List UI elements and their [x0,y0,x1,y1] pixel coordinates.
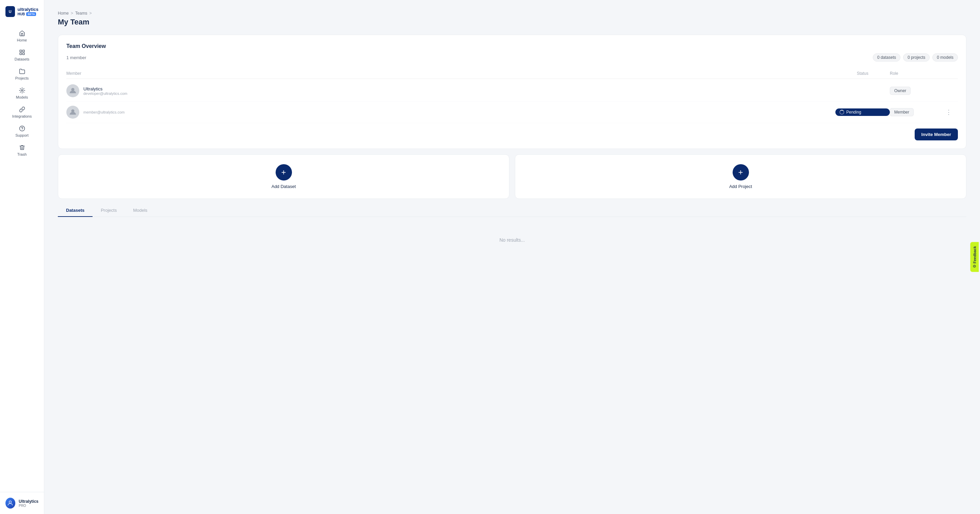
member-info-1: Ultralytics developer@ultralytics.com [66,84,835,97]
table-row: Ultralytics developer@ultralytics.com Ow… [66,80,958,102]
breadcrumb-sep-1: > [71,11,73,16]
member-more-button[interactable]: ⋮ [944,109,953,115]
page-title: My Team [58,17,966,27]
member-status-2: Pending [835,108,890,116]
avatar [5,498,15,509]
sidebar-item-projects-label: Projects [15,76,29,80]
sidebar: U ultralytics HUB BETA Home Datasets [0,0,44,514]
user-plan: PRO [19,504,38,508]
integrations-icon [19,106,25,113]
invite-row: Invite Member [66,128,958,140]
datasets-icon [19,49,25,56]
member-role-2: Member [890,110,944,114]
col-header-status: Status [835,71,890,76]
sidebar-item-trash-label: Trash [18,152,27,156]
feedback-widget[interactable]: ⊙ Feedback [970,242,979,272]
logo-hub: HUB [18,12,25,16]
member-details-1: Ultralytics developer@ultralytics.com [83,86,127,95]
member-role-1: Owner [890,88,944,93]
breadcrumb: Home > Teams > [58,11,966,16]
projects-icon [19,68,25,75]
home-icon [19,30,25,37]
svg-rect-3 [22,53,24,55]
user-info: Ultralytics PRO [19,499,38,508]
role-badge-member: Member [890,108,914,116]
tab-datasets[interactable]: Datasets [58,204,92,217]
sidebar-item-models-label: Models [16,95,28,99]
sidebar-item-projects[interactable]: Projects [0,65,44,84]
stats-badges: 0 datasets 0 projects 0 models [873,53,958,62]
tab-models[interactable]: Models [125,204,156,217]
main-content: Home > Teams > My Team Team Overview 1 m… [44,0,980,514]
col-header-member: Member [66,71,835,76]
tab-projects[interactable]: Projects [92,204,125,217]
member-avatar-1 [66,84,79,97]
trash-icon [19,144,25,151]
logo-text: ultralytics HUB BETA [18,7,38,16]
app-logo: U ultralytics HUB BETA [0,0,44,24]
svg-rect-1 [22,50,24,52]
member-count: 1 member [66,55,86,60]
role-badge-owner: Owner [890,87,911,95]
breadcrumb-teams[interactable]: Teams [75,11,87,16]
stat-datasets: 0 datasets [873,53,900,62]
sidebar-item-integrations-label: Integrations [12,114,32,118]
stat-projects: 0 projects [903,53,930,62]
team-overview-title: Team Overview [66,43,958,49]
add-project-label: Add Project [729,184,752,189]
sidebar-item-integrations[interactable]: Integrations [0,103,44,122]
member-email-1: developer@ultralytics.com [83,92,127,95]
stat-models: 0 models [932,53,958,62]
add-project-button[interactable]: + [733,164,749,181]
no-results: No results... [58,224,966,256]
svg-point-7 [9,501,11,503]
sidebar-nav: Home Datasets Projects Models [0,24,44,492]
add-project-card[interactable]: + Add Project [515,154,966,199]
logo-icon: U [5,6,15,17]
sidebar-item-support-label: Support [15,133,29,137]
sidebar-item-models[interactable]: Models [0,84,44,103]
add-dataset-card[interactable]: + Add Dataset [58,154,509,199]
sidebar-item-support[interactable]: Support [0,122,44,141]
tabs-bar: Datasets Projects Models [58,204,966,217]
sidebar-item-home[interactable]: Home [0,27,44,46]
svg-rect-0 [20,50,21,52]
member-details-2: member@ultralytics.com [83,110,124,114]
feedback-icon: ⊙ [972,265,977,268]
sidebar-item-trash[interactable]: Trash [0,141,44,160]
member-name-1: Ultralytics [83,86,127,92]
add-dataset-button[interactable]: + [275,164,292,181]
sidebar-item-datasets[interactable]: Datasets [0,46,44,65]
table-row: member@ultralytics.com Pending Member ⋮ [66,102,958,123]
action-cards: + Add Dataset + Add Project [58,154,966,199]
feedback-label: Feedback [972,246,977,263]
models-icon [19,87,25,94]
beta-badge: BETA [26,12,36,16]
pending-spinner-icon [840,110,844,114]
member-avatar-2 [66,106,79,119]
member-info-2: member@ultralytics.com [66,106,835,119]
add-dataset-label: Add Dataset [272,184,296,189]
breadcrumb-home[interactable]: Home [58,11,69,16]
svg-point-4 [21,90,23,92]
sidebar-item-home-label: Home [17,38,27,42]
team-overview-card: Team Overview 1 member 0 datasets 0 proj… [58,35,966,149]
pending-label: Pending [846,110,861,114]
svg-rect-2 [20,53,21,55]
invite-member-button[interactable]: Invite Member [915,128,958,140]
pending-badge: Pending [835,108,890,116]
logo-name: ultralytics [18,7,38,11]
members-table-header: Member Status Role [66,68,958,79]
team-stats-row: 1 member 0 datasets 0 projects 0 models [66,53,958,62]
breadcrumb-sep-2: > [89,11,92,16]
member-actions-2[interactable]: ⋮ [944,109,958,115]
member-email-2: member@ultralytics.com [83,110,124,114]
col-header-actions [944,71,958,76]
col-header-role: Role [890,71,944,76]
user-profile[interactable]: Ultralytics PRO [0,492,44,514]
sidebar-item-datasets-label: Datasets [14,57,29,61]
user-name: Ultralytics [19,499,38,504]
support-icon [19,125,25,132]
